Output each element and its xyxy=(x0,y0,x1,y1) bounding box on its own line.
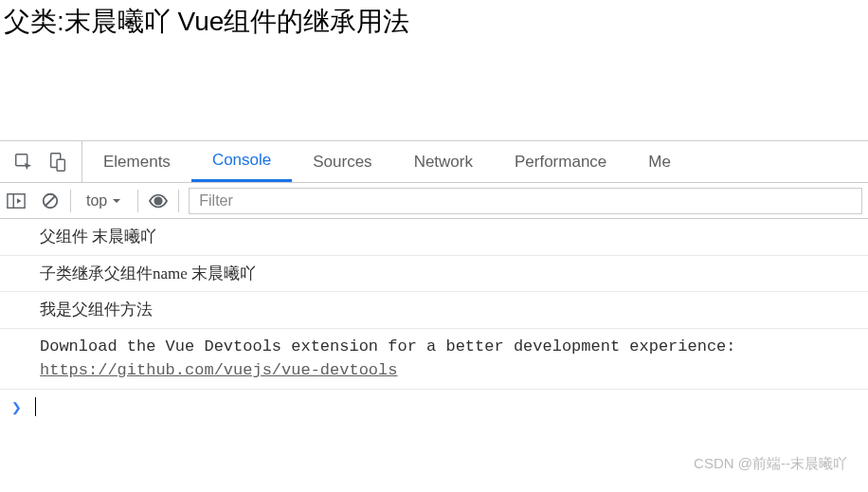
svg-rect-2 xyxy=(57,159,64,171)
clear-console-icon[interactable] xyxy=(40,191,61,211)
device-toggle-icon[interactable] xyxy=(47,152,68,173)
live-expression-icon[interactable] xyxy=(148,191,169,211)
watermark: CSDN @前端--末晨曦吖 xyxy=(694,455,847,473)
text-cursor xyxy=(35,397,36,416)
console-message: Download the Vue Devtools extension for … xyxy=(0,329,868,390)
tab-elements[interactable]: Elements xyxy=(82,141,191,182)
svg-line-6 xyxy=(45,196,55,206)
svg-point-7 xyxy=(154,196,163,205)
console-message: 父组件 末晨曦吖 xyxy=(0,219,868,256)
prompt-caret-icon: ❯ xyxy=(11,397,22,417)
console-message: 子类继承父组件name 末晨曦吖 xyxy=(0,256,868,293)
filter-input[interactable] xyxy=(189,188,862,214)
devtools-panel: Elements Console Sources Network Perform… xyxy=(0,140,868,492)
page-title: 父类:末晨曦吖 Vue组件的继承用法 xyxy=(4,0,864,40)
console-toolbar: top xyxy=(0,183,868,219)
context-dropdown[interactable]: top xyxy=(81,191,128,211)
tab-sources[interactable]: Sources xyxy=(292,141,392,182)
chevron-down-icon xyxy=(111,195,122,207)
toggle-sidebar-icon[interactable] xyxy=(6,191,27,211)
tab-console[interactable]: Console xyxy=(191,141,292,182)
console-output: 父组件 末晨曦吖 子类继承父组件name 末晨曦吖 我是父组件方法 Downlo… xyxy=(0,219,868,425)
console-message: 我是父组件方法 xyxy=(0,292,868,329)
inspect-element-icon[interactable] xyxy=(13,152,34,173)
svg-rect-3 xyxy=(8,193,25,208)
devtools-link[interactable]: https://github.com/vuejs/vue-devtools xyxy=(40,361,397,379)
devtools-tabbar: Elements Console Sources Network Perform… xyxy=(0,141,868,183)
context-label: top xyxy=(86,192,107,210)
tab-performance[interactable]: Performance xyxy=(494,141,627,182)
tab-memory[interactable]: Me xyxy=(627,141,692,182)
tab-network[interactable]: Network xyxy=(393,141,494,182)
console-prompt[interactable]: ❯ xyxy=(0,390,868,425)
